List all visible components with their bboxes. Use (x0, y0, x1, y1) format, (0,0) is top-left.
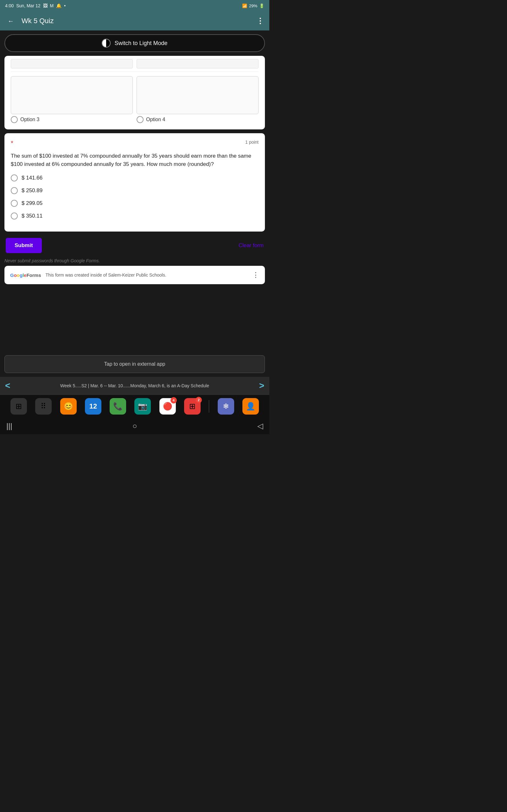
menu-nav-icon[interactable]: ||| (6, 421, 12, 430)
answer-text-3: $ 299.05 (21, 200, 43, 206)
apps-grid-symbol: ⠿ (41, 402, 46, 411)
option-3-radio[interactable] (11, 116, 18, 123)
answer-option-1[interactable]: $ 141.66 (11, 174, 259, 182)
image-placeholder-4 (136, 59, 259, 68)
google-forms-logo: GoogleForms (10, 272, 41, 278)
option-3-image (11, 76, 133, 114)
bottom-navigation: < Week 5.....S2 | Mar. 6 -- Mar. 10.....… (0, 377, 269, 395)
option-3-row[interactable]: Option 3 (11, 116, 133, 123)
radio-2[interactable] (11, 187, 18, 194)
home-nav-icon[interactable]: ○ (132, 421, 137, 430)
app-bar: ← Wk 5 Quiz ⋮ (0, 11, 269, 31)
notification-icon: 🔔 (56, 3, 61, 8)
wifi-icon: 📶 (242, 3, 247, 8)
status-time: 4:00 (5, 3, 14, 8)
question-text: The sum of $100 invested at 7% compounde… (11, 152, 259, 168)
image-placeholder-3 (11, 59, 133, 68)
status-left: 4:00 Sun, Mar 12 🖼 M 🔔 • (5, 3, 66, 8)
partial-question-card: Option 3 Option 4 (4, 56, 265, 130)
status-right: 📶 29% 🔋 (242, 3, 264, 8)
recent-apps-icon[interactable]: ⊞ (10, 398, 27, 415)
content-area: Switch to Light Mode Option 3 Option 4 (0, 31, 269, 355)
chrome-badge: 4 (170, 397, 177, 403)
chrome-app-icon[interactable]: 🔴 4 (159, 398, 176, 415)
required-indicator: * (11, 140, 13, 147)
option-4-image (136, 76, 259, 114)
google-forms-footer: GoogleForms This form was created inside… (4, 266, 265, 284)
back-nav-icon[interactable]: ◁ (257, 421, 263, 430)
partial-top-images (11, 56, 259, 72)
radio-1[interactable] (11, 174, 18, 182)
back-button[interactable]: ← (5, 15, 16, 27)
radio-3[interactable] (11, 200, 18, 207)
phone-app-icon[interactable]: 📞 (110, 398, 126, 415)
option-4-container: Option 4 (136, 76, 259, 123)
submit-button[interactable]: Submit (6, 238, 42, 253)
apps-grid-icon[interactable]: ⠿ (35, 398, 52, 415)
status-bar: 4:00 Sun, Mar 12 🖼 M 🔔 • 📶 29% 🔋 (0, 0, 269, 11)
clear-form-button[interactable]: Clear form (239, 242, 264, 249)
google-forms-branding: GoogleForms This form was created inside… (10, 272, 166, 278)
recent-apps-symbol: ⊞ (15, 402, 22, 411)
qr-app-icon[interactable]: ⊞ 2 (184, 398, 201, 415)
light-mode-label: Switch to Light Mode (114, 40, 167, 47)
dock-separator (209, 400, 209, 413)
battery-text: 29% (249, 3, 257, 8)
mail-icon: M (50, 3, 54, 8)
card-header: * 1 point (11, 140, 259, 147)
portrait-app-icon[interactable]: 👤 (242, 398, 259, 415)
qr-badge: 2 (195, 397, 202, 403)
radio-4[interactable] (11, 212, 18, 219)
options-grid: Option 3 Option 4 (11, 76, 259, 123)
calendar-app-icon[interactable]: 12 (85, 398, 101, 415)
light-mode-button[interactable]: Switch to Light Mode (4, 34, 265, 52)
option-3-container: Option 3 (11, 76, 133, 123)
google-forms-more-button[interactable]: ⋮ (252, 271, 259, 279)
option-4-radio[interactable] (136, 116, 144, 123)
photo-icon: 🖼 (43, 3, 48, 8)
system-nav-bar: ||| ○ ◁ (0, 418, 269, 434)
nav-forward-arrow[interactable]: > (259, 380, 264, 391)
google-forms-info: This form was created inside of Salem-Ke… (46, 272, 166, 277)
answer-text-4: $ 350.11 (21, 213, 43, 219)
answer-option-3[interactable]: $ 299.05 (11, 200, 259, 207)
status-date: Sun, Mar 12 (16, 3, 40, 8)
app-dock: ⊞ ⠿ 😊 12 📞 📷 🔴 4 ⊞ 2 ❄ 👤 (0, 395, 269, 418)
question-card: * 1 point The sum of $100 invested at 7%… (4, 133, 265, 232)
nav-back-arrow[interactable]: < (5, 380, 10, 391)
option-4-label: Option 4 (146, 117, 165, 122)
points-label: 1 point (245, 140, 259, 145)
answer-option-2[interactable]: $ 250.89 (11, 187, 259, 194)
page-title: Wk 5 Quiz (21, 17, 251, 25)
empty-space (4, 288, 265, 351)
nav-text: Week 5.....S2 | Mar. 6 -- Mar. 10......M… (10, 383, 259, 388)
option-3-label: Option 3 (20, 117, 39, 122)
option-4-row[interactable]: Option 4 (136, 116, 259, 123)
camera-app-icon[interactable]: 📷 (134, 398, 151, 415)
battery-icon: 🔋 (259, 3, 264, 8)
action-bar: Submit Clear form (4, 235, 265, 256)
smiley-app-icon[interactable]: 😊 (60, 398, 77, 415)
snowflake-app-icon[interactable]: ❄ (218, 398, 234, 415)
warning-text: Never submit passwords through Google Fo… (4, 257, 265, 266)
theme-toggle-icon (102, 39, 111, 48)
answer-option-4[interactable]: $ 350.11 (11, 212, 259, 219)
answer-text-2: $ 250.89 (21, 188, 43, 194)
answer-text-1: $ 141.66 (21, 175, 43, 181)
dot-icon: • (64, 3, 66, 8)
tap-external-app-button[interactable]: Tap to open in external app (4, 355, 265, 373)
more-options-button[interactable]: ⋮ (257, 16, 264, 26)
